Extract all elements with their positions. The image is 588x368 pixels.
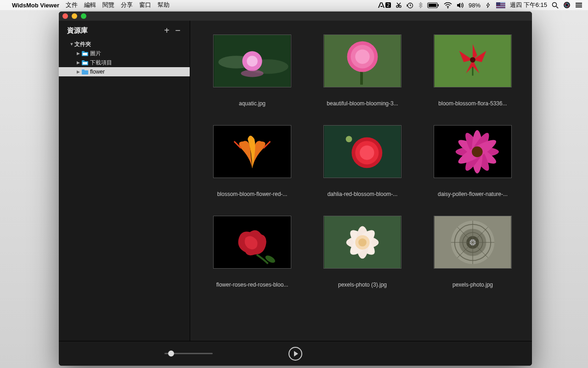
- time-machine-icon[interactable]: [407, 2, 413, 9]
- svg-point-16: [564, 2, 570, 8]
- input-source-icon[interactable]: [496, 2, 505, 8]
- window-titlebar[interactable]: [59, 12, 532, 21]
- svg-point-39: [470, 57, 475, 63]
- thumbnail-caption: blossom-bloom-flower-red-...: [217, 191, 288, 197]
- svg-point-45: [346, 136, 352, 143]
- tree-item-pictures[interactable]: ▶ 圖片: [59, 49, 190, 58]
- thumbnail-grid: aquatic.jpg beautiful-bloom-blooming-3..…: [209, 34, 514, 288]
- svg-rect-26: [82, 69, 85, 71]
- slideshow-play-button[interactable]: [288, 347, 302, 361]
- adobe-status-icon[interactable]: 2: [378, 2, 391, 8]
- thumbnail-item[interactable]: pexels-photo.jpg: [429, 216, 516, 288]
- svg-point-37: [355, 49, 369, 63]
- volume-icon[interactable]: [457, 2, 464, 8]
- thumbnail-size-slider[interactable]: [164, 349, 213, 358]
- menu-window[interactable]: 窗口: [139, 1, 151, 9]
- thumbnail-caption: aquatic.jpg: [239, 100, 266, 107]
- folder-tree: ▼ 文件夾 ▶ 圖片 ▶ 下載項目 ▶ flower: [59, 39, 190, 76]
- menu-view[interactable]: 閱覽: [102, 1, 114, 9]
- app-window: 資源庫 + − ▼ 文件夾 ▶ 圖片 ▶ 下載項目: [59, 12, 532, 366]
- collection-folder-icon: [82, 60, 88, 65]
- svg-rect-24: [83, 62, 87, 64]
- disclosure-triangle-icon[interactable]: ▶: [75, 60, 81, 65]
- notification-center-icon[interactable]: [575, 2, 582, 8]
- thumbnail-item[interactable]: aquatic.jpg: [209, 34, 296, 107]
- svg-point-53: [472, 146, 483, 157]
- menu-help[interactable]: 幫助: [158, 1, 170, 9]
- svg-rect-12: [496, 6, 505, 7]
- thumbnail-item[interactable]: beautiful-bloom-blooming-3...: [319, 34, 406, 107]
- remove-source-button[interactable]: −: [172, 25, 183, 36]
- minimize-window-button[interactable]: [72, 13, 77, 19]
- slider-knob[interactable]: [168, 351, 174, 356]
- tree-item-downloads[interactable]: ▶ 下載項目: [59, 58, 190, 67]
- bluetooth-icon[interactable]: [418, 2, 423, 8]
- menu-edit[interactable]: 編輯: [84, 1, 96, 9]
- thumbnail-image: [213, 125, 291, 178]
- disclosure-triangle-icon[interactable]: ▶: [75, 69, 81, 74]
- thumbnail-item[interactable]: pexels-photo (3).jpg: [319, 216, 406, 288]
- wifi-icon[interactable]: [444, 2, 452, 8]
- tree-item-label: 圖片: [90, 50, 101, 58]
- thumbnail-image: [323, 34, 401, 87]
- close-window-button[interactable]: [62, 13, 68, 19]
- thumbnail-image: [434, 125, 512, 178]
- thumbnail-caption: bloom-blossom-flora-5336...: [438, 100, 507, 107]
- thumbnail-caption: flower-roses-red-roses-bloo...: [216, 282, 288, 288]
- thumbnail-caption: pexels-photo.jpg: [452, 282, 493, 288]
- macos-menubar: WidsMob Viewer 文件 編輯 閱覽 分享 窗口 幫助 2 98% 週…: [0, 0, 588, 10]
- svg-point-6: [447, 7, 448, 8]
- disclosure-triangle-icon[interactable]: ▶: [75, 51, 81, 56]
- thumbnail-caption: pexels-photo (3).jpg: [338, 282, 387, 288]
- battery-icon[interactable]: [427, 2, 439, 8]
- thumbnail-image: [323, 125, 401, 178]
- tree-item-label: flower: [90, 69, 105, 75]
- disclosure-triangle-icon[interactable]: ▼: [69, 42, 74, 46]
- sidebar: 資源庫 + − ▼ 文件夾 ▶ 圖片 ▶ 下載項目: [59, 21, 190, 341]
- svg-point-62: [358, 238, 367, 247]
- thumbnail-image: [434, 216, 512, 269]
- play-icon: [294, 351, 298, 356]
- thumbnail-caption: daisy-pollen-flower-nature-...: [438, 191, 508, 197]
- collection-folder-icon: [82, 51, 88, 56]
- thumbnail-item[interactable]: dahlia-red-blossom-bloom-...: [319, 125, 406, 197]
- svg-rect-20: [82, 51, 85, 52]
- siri-icon[interactable]: [563, 1, 571, 9]
- battery-percent: 98%: [469, 2, 481, 9]
- tree-item-flower[interactable]: ▶ flower: [59, 67, 190, 76]
- tree-root-label: 文件夾: [74, 40, 91, 48]
- add-source-button[interactable]: +: [161, 25, 172, 36]
- svg-point-31: [247, 56, 258, 67]
- thumbnail-item[interactable]: daisy-pollen-flower-nature-...: [429, 125, 516, 197]
- svg-rect-4: [438, 4, 439, 6]
- menu-share[interactable]: 分享: [121, 1, 133, 9]
- thumbnail-item[interactable]: blossom-bloom-flower-red-...: [209, 125, 296, 197]
- svg-point-44: [360, 145, 374, 160]
- tree-item-label: 下載項目: [90, 59, 112, 67]
- thumbnail-item[interactable]: flower-roses-red-roses-bloo...: [209, 216, 296, 288]
- svg-rect-21: [83, 53, 87, 55]
- svg-point-15: [553, 2, 557, 6]
- app-name[interactable]: WidsMob Viewer: [12, 2, 59, 9]
- folder-icon: [82, 69, 88, 75]
- thumbnail-image: [213, 34, 291, 87]
- svg-rect-25: [82, 70, 88, 75]
- traffic-lights: [62, 13, 86, 19]
- thumbnail-caption: dahlia-red-blossom-bloom-...: [328, 191, 398, 197]
- svg-rect-11: [496, 6, 505, 6]
- spotlight-icon[interactable]: [552, 2, 559, 9]
- svg-rect-14: [496, 2, 500, 6]
- sidebar-title: 資源庫: [67, 26, 161, 35]
- menu-file[interactable]: 文件: [66, 1, 78, 9]
- adobe-count-badge: 2: [385, 2, 391, 8]
- tree-root-folders[interactable]: ▼ 文件夾: [59, 40, 190, 49]
- scissors-icon[interactable]: [396, 2, 402, 8]
- thumbnail-image: [434, 34, 512, 87]
- charging-icon: [485, 2, 492, 8]
- fullscreen-window-button[interactable]: [81, 13, 86, 19]
- thumbnail-image: [213, 216, 291, 269]
- thumbnail-item[interactable]: bloom-blossom-flora-5336...: [429, 34, 516, 107]
- clock[interactable]: 週四 下午6:15: [510, 1, 547, 9]
- svg-rect-13: [496, 7, 505, 8]
- thumbnail-image: [323, 216, 401, 269]
